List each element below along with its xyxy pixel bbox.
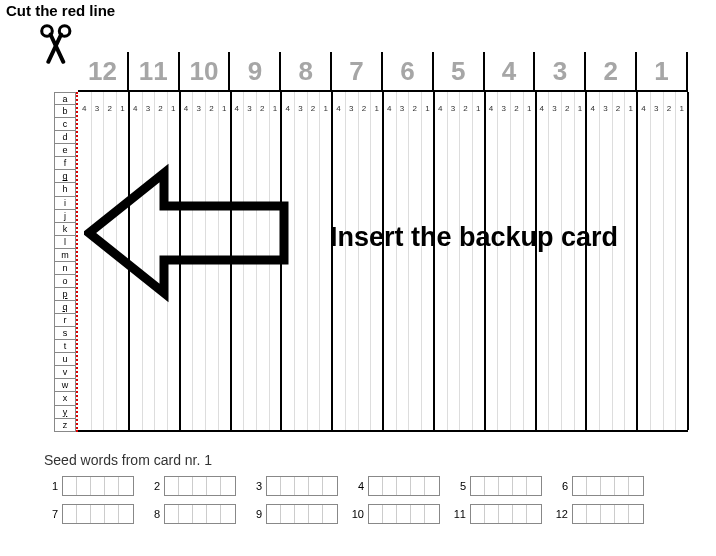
- seed-word-slots: 123456789101112: [44, 476, 694, 524]
- seed-cell[interactable]: [179, 505, 193, 523]
- seed-cell[interactable]: [629, 505, 643, 523]
- seed-boxes[interactable]: [266, 504, 338, 524]
- seed-boxes[interactable]: [164, 504, 236, 524]
- seed-cell[interactable]: [309, 477, 323, 495]
- seed-cell[interactable]: [425, 477, 439, 495]
- subcol-num: 1: [371, 104, 383, 113]
- subcol-num: 3: [396, 104, 408, 113]
- seed-cell[interactable]: [499, 477, 513, 495]
- seed-boxes[interactable]: [164, 476, 236, 496]
- subcol-line: [408, 92, 409, 430]
- seed-cell[interactable]: [411, 505, 425, 523]
- seed-cell[interactable]: [601, 505, 615, 523]
- seed-boxes[interactable]: [470, 504, 542, 524]
- seed-cell[interactable]: [77, 505, 91, 523]
- seed-cell[interactable]: [193, 477, 207, 495]
- subcol-line: [510, 92, 511, 430]
- seed-cell[interactable]: [485, 505, 499, 523]
- seed-boxes[interactable]: [470, 476, 542, 496]
- seed-cell[interactable]: [119, 477, 133, 495]
- seed-cell[interactable]: [309, 505, 323, 523]
- seed-cell[interactable]: [383, 477, 397, 495]
- seed-cell[interactable]: [601, 477, 615, 495]
- seed-cell[interactable]: [397, 505, 411, 523]
- seed-cell[interactable]: [573, 477, 587, 495]
- row-label-e: e: [54, 144, 76, 157]
- seed-cell[interactable]: [615, 505, 629, 523]
- seed-cell[interactable]: [63, 505, 77, 523]
- seed-cell[interactable]: [221, 477, 235, 495]
- seed-cell[interactable]: [471, 505, 485, 523]
- seed-cell[interactable]: [267, 477, 281, 495]
- row-label-f: f: [54, 157, 76, 170]
- seed-cell[interactable]: [527, 477, 541, 495]
- seed-boxes[interactable]: [572, 504, 644, 524]
- seed-cell[interactable]: [193, 505, 207, 523]
- seed-cell[interactable]: [485, 477, 499, 495]
- seed-cell[interactable]: [221, 505, 235, 523]
- seed-cell[interactable]: [295, 505, 309, 523]
- seed-cell[interactable]: [527, 505, 541, 523]
- seed-cell[interactable]: [295, 477, 309, 495]
- seed-cell[interactable]: [369, 477, 383, 495]
- subcol-num: 1: [269, 104, 281, 113]
- seed-cell[interactable]: [207, 477, 221, 495]
- seed-cell[interactable]: [369, 505, 383, 523]
- subcol-num: 2: [663, 104, 675, 113]
- row-label-d: d: [54, 131, 76, 144]
- subcol-num: 4: [587, 104, 599, 113]
- subcol-line: [319, 92, 320, 430]
- seed-cell[interactable]: [281, 477, 295, 495]
- seed-cell[interactable]: [425, 505, 439, 523]
- subcol-num: 3: [650, 104, 662, 113]
- seed-cell[interactable]: [397, 477, 411, 495]
- row-label-k: k: [54, 223, 76, 236]
- subcol-line: [497, 92, 498, 430]
- seed-cell[interactable]: [91, 477, 105, 495]
- seed-boxes[interactable]: [368, 504, 440, 524]
- seed-cell[interactable]: [77, 477, 91, 495]
- seed-boxes[interactable]: [266, 476, 338, 496]
- seed-cell[interactable]: [513, 477, 527, 495]
- seed-cell[interactable]: [179, 477, 193, 495]
- seed-cell[interactable]: [615, 477, 629, 495]
- seed-slot-7: 7: [44, 504, 134, 524]
- seed-cell[interactable]: [63, 477, 77, 495]
- maincol-line: [484, 92, 486, 430]
- subcol-line: [358, 92, 359, 430]
- seed-cell[interactable]: [281, 505, 295, 523]
- seed-cell[interactable]: [165, 477, 179, 495]
- seed-cell[interactable]: [267, 505, 281, 523]
- subcol-num: 4: [180, 104, 192, 113]
- seed-cell[interactable]: [105, 505, 119, 523]
- seed-cell[interactable]: [323, 477, 337, 495]
- row-label-a: a: [54, 92, 76, 105]
- subcol-line: [294, 92, 295, 430]
- seed-cell[interactable]: [105, 477, 119, 495]
- seed-cell[interactable]: [119, 505, 133, 523]
- seed-cell[interactable]: [587, 477, 601, 495]
- subcol-num: 4: [536, 104, 548, 113]
- seed-cell[interactable]: [471, 477, 485, 495]
- seed-cell[interactable]: [91, 505, 105, 523]
- column-2: 2: [586, 52, 637, 92]
- seed-boxes[interactable]: [368, 476, 440, 496]
- column-3: 3: [536, 52, 587, 92]
- seed-cell[interactable]: [323, 505, 337, 523]
- seed-cell[interactable]: [513, 505, 527, 523]
- subcol-num: 1: [116, 104, 128, 113]
- row-label-x: x: [54, 392, 76, 405]
- row-label-p: p: [54, 288, 76, 301]
- seed-cell[interactable]: [499, 505, 513, 523]
- seed-cell[interactable]: [383, 505, 397, 523]
- seed-cell[interactable]: [207, 505, 221, 523]
- row-label-l: l: [54, 236, 76, 249]
- seed-cell[interactable]: [629, 477, 643, 495]
- seed-cell[interactable]: [587, 505, 601, 523]
- seed-cell[interactable]: [165, 505, 179, 523]
- seed-boxes[interactable]: [62, 476, 134, 496]
- seed-boxes[interactable]: [572, 476, 644, 496]
- seed-cell[interactable]: [411, 477, 425, 495]
- seed-boxes[interactable]: [62, 504, 134, 524]
- seed-cell[interactable]: [573, 505, 587, 523]
